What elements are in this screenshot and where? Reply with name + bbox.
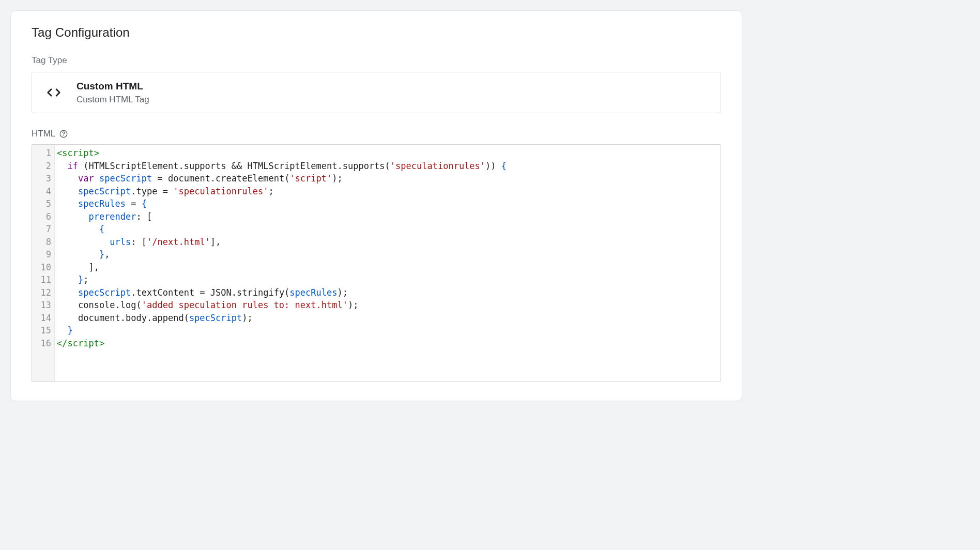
tag-type-label: Tag Type: [32, 55, 721, 66]
tag-type-selector[interactable]: Custom HTML Custom HTML Tag: [32, 72, 721, 113]
section-title: Tag Configuration: [32, 25, 721, 40]
code-brackets-icon: [42, 81, 65, 104]
tag-type-subtitle: Custom HTML Tag: [76, 94, 149, 106]
svg-point-1: [64, 135, 64, 136]
html-field-header: HTML: [32, 129, 721, 139]
line-number-gutter: 12345678910111213141516: [32, 145, 55, 381]
code-content[interactable]: <script> if (HTMLScriptElement.supports …: [55, 145, 510, 381]
tag-configuration-card: Tag Configuration Tag Type Custom HTML C…: [10, 10, 742, 401]
tag-type-text: Custom HTML Custom HTML Tag: [76, 80, 149, 105]
html-code-editor[interactable]: 12345678910111213141516 <script> if (HTM…: [32, 144, 721, 382]
help-icon[interactable]: [58, 129, 69, 139]
tag-type-title: Custom HTML: [76, 80, 149, 94]
html-field-label: HTML: [32, 129, 55, 139]
